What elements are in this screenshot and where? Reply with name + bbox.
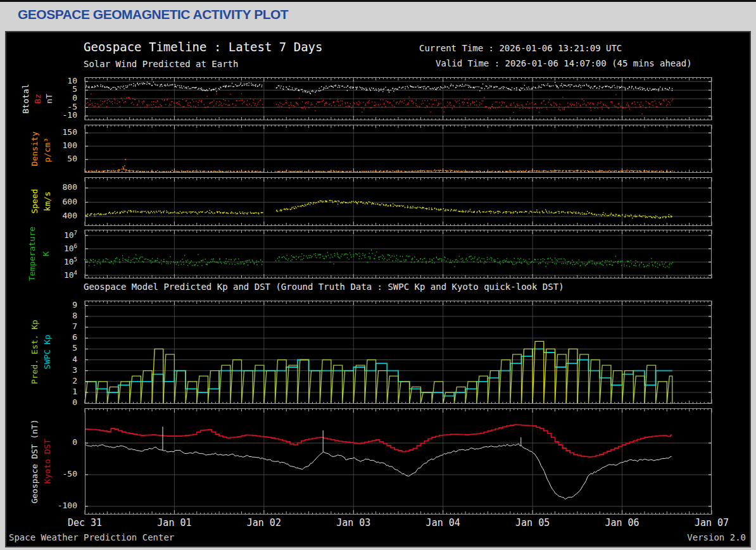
y-tick-label: 8 <box>6 311 77 320</box>
x-tick-label: Jan 06 <box>605 517 639 528</box>
y-tick-label: 107 <box>6 230 77 240</box>
y-tick-label: 1 <box>6 387 77 396</box>
panel-temperature-plot <box>6 230 750 278</box>
panel-imf-plot <box>6 77 750 120</box>
x-tick-label: Jan 05 <box>515 517 550 528</box>
plot-window: Geospace Timeline : Latest 7 Days Curren… <box>5 31 751 547</box>
y-tick-label: 800 <box>6 182 77 192</box>
solar-wind-subtitle: Solar Wind Predicted at Earth <box>84 59 238 69</box>
panel-density-plot <box>6 125 750 173</box>
x-tick-label: Jan 01 <box>157 517 191 528</box>
y-tick-label: 400 <box>6 211 77 220</box>
y-tick-label: -10 <box>6 110 77 120</box>
panel-dst-plot <box>6 408 750 515</box>
model-subtitle: Geospace Model Predicted Kp and DST (Gro… <box>84 282 564 292</box>
y-tick-label: 50 <box>6 154 77 163</box>
y-tick-label: 106 <box>6 243 77 253</box>
plot-title: Geospace Timeline : Latest 7 Days <box>84 40 323 54</box>
y-tick-label: 2 <box>6 376 77 385</box>
x-tick-label: Dec 31 <box>68 517 102 528</box>
page: GEOSPACE GEOMAGNETIC ACTIVITY PLOT Geosp… <box>0 0 756 550</box>
y-tick-label: 3 <box>6 365 77 375</box>
y-tick-label: 7 <box>6 322 77 331</box>
valid-time: Valid Time : 2026-01-06 14:07:00 (45 min… <box>436 58 692 68</box>
x-tick-label: Jan 07 <box>695 517 729 528</box>
y-tick-label: 9 <box>6 300 77 309</box>
panel-speed-plot <box>6 177 750 226</box>
y-tick-label: 100 <box>6 141 77 150</box>
y-tick-label: -100 <box>6 501 77 510</box>
y-tick-label: 0 <box>6 397 77 407</box>
y-tick-label: 4 <box>6 354 77 364</box>
y-tick-label: 150 <box>6 127 77 137</box>
y-tick-label: 5 <box>6 343 77 353</box>
y-tick-label: 6 <box>6 332 77 342</box>
x-tick-label: Jan 02 <box>247 517 281 528</box>
y-tick-label: 104 <box>6 270 77 280</box>
y-tick-label: -50 <box>6 469 77 478</box>
footer-right: Version 2.0 <box>687 532 746 542</box>
y-tick-label: 105 <box>6 256 77 266</box>
footer-left: Space Weather Prediction Center <box>9 532 174 542</box>
panel-kp-plot <box>6 301 750 404</box>
y-tick-label: 0 <box>6 437 77 447</box>
current-time: Current Time : 2026-01-06 13:21:09 UTC <box>419 43 622 53</box>
x-tick-label: Jan 04 <box>426 517 460 528</box>
x-tick-label: Jan 03 <box>336 517 370 528</box>
y-tick-label: 600 <box>6 197 77 206</box>
page-title: GEOSPACE GEOMAGNETIC ACTIVITY PLOT <box>18 7 288 22</box>
